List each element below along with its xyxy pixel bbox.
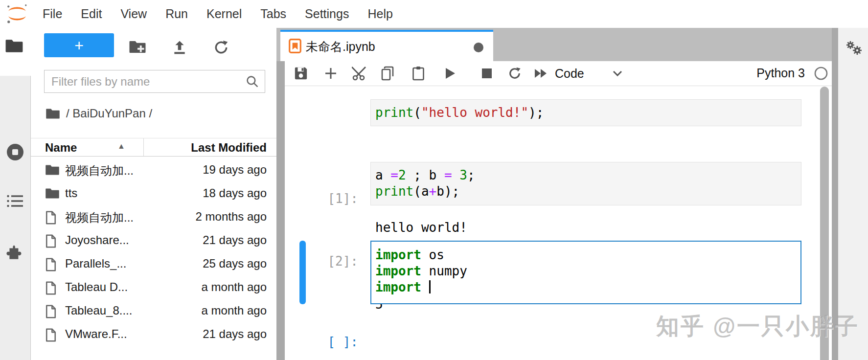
text-cursor: [429, 280, 431, 293]
cell-3-editor[interactable]: import osimport numpyimport: [370, 241, 801, 304]
file-list-header: Name ▲ Last Modified: [31, 138, 276, 157]
file-list: 视频自动加...19 days agotts18 days ago视频自动加..…: [31, 158, 276, 346]
file-row[interactable]: Tableau_8....a month ago: [31, 299, 276, 323]
save-icon[interactable]: [290, 61, 312, 86]
run-icon[interactable]: [439, 61, 461, 86]
file-modified: a month ago: [202, 304, 267, 317]
menu-edit[interactable]: Edit: [81, 7, 102, 21]
stop-icon[interactable]: [476, 61, 498, 86]
cut-icon[interactable]: [349, 61, 370, 86]
column-header-name[interactable]: Name: [45, 141, 77, 155]
file-name: Tableau D...: [65, 280, 128, 294]
extensions-icon[interactable]: [0, 244, 30, 264]
running-kernels-icon[interactable]: [0, 143, 30, 163]
file-name: VMware.F...: [65, 327, 127, 341]
add-cell-icon[interactable]: [320, 61, 342, 86]
file-name: Tableau_8....: [65, 304, 132, 317]
file-modified: 19 days ago: [203, 163, 267, 177]
file-row[interactable]: 视频自动加...19 days ago: [31, 158, 276, 182]
file-modified: 18 days ago: [203, 186, 267, 200]
table-of-contents-icon[interactable]: [0, 194, 30, 210]
active-cell-collapser[interactable]: [299, 241, 306, 304]
menu-view[interactable]: View: [120, 7, 147, 21]
kernel-name[interactable]: Python 3: [756, 66, 805, 80]
cell-2-editor[interactable]: a =2 ; b = 3;print(a+b);: [370, 162, 801, 205]
cell-1-output: hello world!: [375, 220, 467, 236]
file-name: tts: [65, 186, 77, 200]
file-icon: [45, 305, 57, 320]
jupyterlab-window: File Edit View Run Kernel Tabs Settings …: [0, 0, 868, 360]
breadcrumb[interactable]: / BaiDuYunPan /: [46, 103, 152, 124]
menu-file[interactable]: File: [43, 7, 62, 21]
chevron-down-icon: [613, 70, 622, 76]
cell-1-editor[interactable]: print("hello world!");: [370, 99, 801, 126]
unsaved-indicator-dot[interactable]: [474, 43, 483, 52]
menu-settings[interactable]: Settings: [305, 7, 349, 21]
notebook-toolbar: Code Python 3: [285, 61, 832, 86]
tab-title: 未命名.ipynb: [306, 39, 375, 55]
sort-ascending-icon[interactable]: ▲: [117, 142, 125, 151]
file-row[interactable]: tts18 days ago: [31, 182, 276, 205]
sidebar-tab-file-browser[interactable]: [5, 38, 23, 56]
column-header-modified[interactable]: Last Modified: [191, 141, 267, 155]
file-row[interactable]: Tableau D...a month ago: [31, 276, 276, 299]
right-split-handle[interactable]: [832, 28, 838, 360]
file-icon: [45, 258, 57, 273]
refresh-icon[interactable]: [213, 40, 229, 57]
zhihu-watermark: 知乎 @一只小胖子: [656, 311, 859, 342]
file-modified: 2 months ago: [196, 210, 267, 224]
file-icon: [45, 234, 57, 250]
file-modified: a month ago: [202, 280, 267, 294]
file-name: 视频自动加...: [65, 210, 134, 225]
fast-forward-icon[interactable]: [530, 61, 551, 86]
cell-type-value: Code: [555, 67, 584, 81]
file-browser-panel: + / BaiDuYunPan / Name ▲ Last Modified 视…: [31, 28, 276, 360]
cell-type-dropdown[interactable]: Code: [555, 61, 622, 86]
breadcrumb-path: / BaiDuYunPan /: [66, 107, 152, 120]
new-folder-icon[interactable]: [129, 40, 146, 56]
kernel-status-circle-icon[interactable]: [814, 67, 828, 82]
right-sidebar: [838, 28, 868, 360]
search-icon: [246, 75, 259, 90]
property-inspector-gears-icon[interactable]: [845, 40, 863, 58]
file-modified: 21 days ago: [203, 327, 267, 341]
file-icon: [45, 211, 57, 226]
file-row[interactable]: 视频自动加...2 months ago: [31, 205, 276, 229]
paste-icon[interactable]: [408, 61, 429, 86]
file-row[interactable]: Parallels_...25 days ago: [31, 252, 276, 276]
file-name: Parallels_...: [65, 257, 126, 270]
menu-tabs[interactable]: Tabs: [260, 7, 286, 21]
cell-3-prompt: [ ]:: [294, 334, 358, 350]
jupyter-logo-icon: [6, 2, 28, 25]
file-name: Joyoshare...: [65, 233, 129, 247]
filter-box: [44, 70, 265, 93]
file-name: 视频自动加...: [65, 163, 134, 179]
column-divider: [143, 138, 144, 156]
notebook-tab[interactable]: 未命名.ipynb: [280, 30, 493, 61]
folder-icon: [45, 187, 60, 202]
activity-bar: [0, 76, 31, 360]
copy-icon[interactable]: [377, 61, 398, 86]
file-row[interactable]: Joyoshare...21 days ago: [31, 229, 276, 252]
menu-bar: File Edit View Run Kernel Tabs Settings …: [0, 0, 868, 28]
filter-files-input[interactable]: [50, 72, 243, 91]
cell-1-prompt: [1]:: [294, 191, 358, 207]
file-icon: [45, 328, 57, 344]
menu-kernel[interactable]: Kernel: [206, 7, 242, 21]
menu-run[interactable]: Run: [165, 7, 188, 21]
home-folder-icon: [46, 108, 60, 120]
restart-kernel-icon[interactable]: [504, 61, 525, 86]
panel-split-handle[interactable]: [276, 61, 285, 360]
menu-items: File Edit View Run Kernel Tabs Settings …: [43, 0, 393, 28]
file-row[interactable]: VMware.F...21 days ago: [31, 323, 276, 346]
file-modified: 21 days ago: [203, 233, 267, 247]
new-launcher-button[interactable]: +: [44, 33, 114, 57]
folder-icon: [45, 164, 60, 178]
file-modified: 25 days ago: [203, 257, 267, 270]
notebook-file-icon: [289, 39, 301, 55]
menu-help[interactable]: Help: [367, 7, 392, 21]
file-icon: [45, 281, 57, 297]
upload-icon[interactable]: [172, 40, 187, 57]
